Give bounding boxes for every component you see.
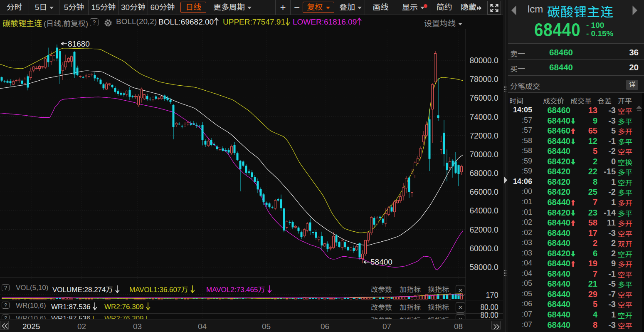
svg-text:58000.0: 58000.0 — [470, 263, 498, 272]
svg-text:72000.0: 72000.0 — [470, 131, 498, 140]
svg-text:64000.0: 64000.0 — [470, 206, 498, 215]
svg-text:70000.0: 70000.0 — [470, 150, 498, 159]
svg-text:78000.0: 78000.0 — [470, 74, 498, 84]
svg-text:170: 170 — [486, 290, 498, 300]
svg-text:62000.0: 62000.0 — [470, 225, 498, 234]
svg-text:76000.0: 76000.0 — [470, 93, 498, 102]
svg-text:68000.0: 68000.0 — [470, 168, 498, 178]
svg-text:66000.0: 66000.0 — [470, 187, 498, 196]
svg-text:80000.0: 80000.0 — [470, 56, 498, 65]
svg-text:60000.0: 60000.0 — [470, 244, 498, 253]
svg-text:74000.0: 74000.0 — [470, 112, 498, 121]
svg-text:81680: 81680 — [68, 40, 90, 48]
svg-text:58400: 58400 — [370, 258, 392, 266]
